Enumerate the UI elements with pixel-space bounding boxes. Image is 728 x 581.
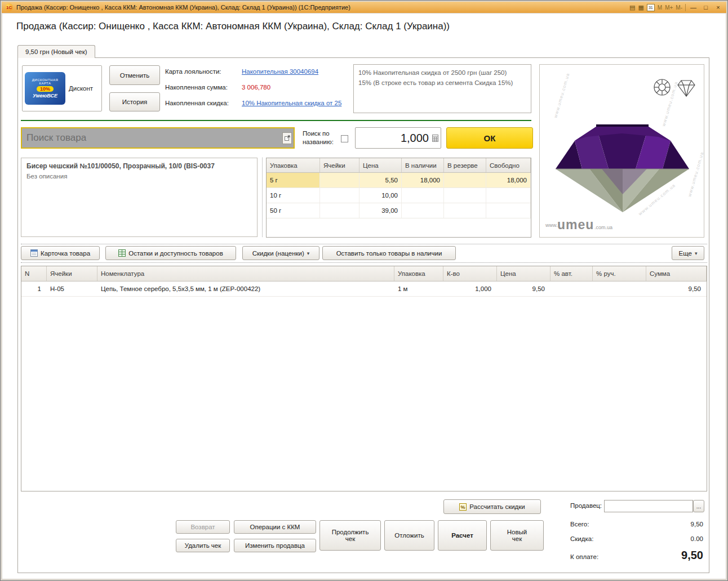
calculate-discounts-button[interactable]: % Рассчитать скидки bbox=[443, 499, 541, 514]
titlebar[interactable]: 1С Продажа (Кассир: Онищенко , Касса ККМ… bbox=[2, 2, 726, 13]
packaging-table-header: Упаковка Ячейки Цена В наличии В резерве… bbox=[267, 158, 531, 173]
tab-new-receipt[interactable]: 9,50 грн (Новый чек) bbox=[17, 45, 95, 58]
column-header[interactable]: Цена bbox=[497, 266, 551, 281]
column-header[interactable]: В резерве bbox=[444, 158, 486, 172]
discount-info-line: 15% (В строке есть товар из сегмента Ски… bbox=[358, 78, 526, 88]
packaging-row[interactable]: 50 г 39,00 bbox=[267, 203, 531, 218]
accumulated-sum-value: 3 006,780 bbox=[242, 84, 270, 91]
column-header[interactable]: Цена bbox=[359, 158, 402, 172]
memory-m-button[interactable]: M bbox=[658, 5, 662, 11]
payment-button[interactable]: Расчет bbox=[438, 520, 487, 551]
payable-value: 9,50 bbox=[681, 549, 703, 562]
discount-label: Скидка: bbox=[570, 535, 593, 542]
column-header[interactable]: Сумма bbox=[646, 266, 707, 281]
separator-dotted-vertical bbox=[262, 158, 263, 237]
chevron-down-icon: ▾ bbox=[307, 251, 310, 256]
accumulated-discount-link[interactable]: 10% Накопительная скидка от 25 bbox=[242, 100, 341, 106]
separator-green bbox=[21, 120, 531, 121]
quantity-value: 1,000 bbox=[356, 132, 432, 145]
receipt-items-table: N Ячейки Номенклатура Упаковка К-во Цена… bbox=[21, 266, 707, 491]
stock-availability-button[interactable]: Остатки и доступность товаров bbox=[105, 246, 236, 260]
svg-text:%: % bbox=[461, 504, 465, 510]
discount-info-line: 10% Накопительная скидка от 2500 грн (ша… bbox=[358, 68, 526, 78]
delete-receipt-button[interactable]: Удалить чек bbox=[176, 539, 230, 552]
app-window: 1С Продажа (Кассир: Онищенко , Касса ККМ… bbox=[0, 0, 728, 581]
accumulated-sum-label: Накопленная сумма: bbox=[165, 84, 242, 91]
search-placeholder: Поиск товара bbox=[22, 132, 282, 144]
product-name: Бисер чешский №101/00050, Прозрачный, 10… bbox=[26, 162, 252, 170]
minimize-button[interactable]: — bbox=[689, 3, 698, 12]
discount-value: 0.00 bbox=[691, 535, 703, 542]
quantity-input[interactable]: 1,000 bbox=[355, 127, 441, 149]
loyalty-card-label: Карта лояльности: bbox=[165, 68, 242, 75]
calendar-icon[interactable]: 31 bbox=[647, 4, 655, 11]
only-in-stock-button[interactable]: Оставить только товары в наличии bbox=[322, 246, 456, 260]
kkm-operations-button[interactable]: Операции с ККМ bbox=[234, 520, 316, 534]
column-header[interactable]: Упаковка bbox=[394, 266, 443, 281]
packaging-row[interactable]: 10 г 10,00 bbox=[267, 188, 531, 203]
seller-label: Продавец: bbox=[570, 502, 602, 509]
copy-icon[interactable]: ▤ bbox=[629, 5, 635, 11]
item-card-icon bbox=[30, 249, 38, 257]
column-header[interactable]: N bbox=[21, 266, 47, 281]
discount-card[interactable]: ДИСКОНТНАЯ КАРТА 10% УмеюВСЕ Дисконт bbox=[22, 65, 102, 111]
packaging-row[interactable]: 5 г 5,50 18,000 18,000 bbox=[267, 173, 531, 188]
column-header[interactable]: Свободно bbox=[486, 158, 531, 172]
column-header[interactable]: В наличии bbox=[402, 158, 444, 172]
total-label: Всего: bbox=[570, 521, 589, 528]
return-button[interactable]: Возврат bbox=[176, 520, 230, 534]
hold-receipt-button[interactable]: Отложить bbox=[384, 520, 434, 551]
column-header[interactable]: % руч. bbox=[593, 266, 646, 281]
receipt-panel: ДИСКОНТНАЯ КАРТА 10% УмеюВСЕ Дисконт Отм… bbox=[17, 57, 709, 573]
separator-dotted bbox=[21, 262, 707, 263]
svg-text:www.: www. bbox=[545, 222, 558, 228]
column-header[interactable]: К-во bbox=[443, 266, 497, 281]
column-header[interactable]: Упаковка bbox=[267, 158, 320, 172]
column-header[interactable]: Ячейки bbox=[320, 158, 359, 172]
column-header[interactable]: Ячейки bbox=[47, 266, 97, 281]
search-by-name-checkbox[interactable] bbox=[341, 135, 348, 142]
discounts-menu-button[interactable]: Скидки (наценки) ▾ bbox=[242, 246, 319, 260]
calculator-icon[interactable] bbox=[432, 135, 438, 142]
page-title: Продажа (Кассир: Онищенко , Касса ККМ: А… bbox=[16, 21, 450, 32]
search-input[interactable]: Поиск товара bbox=[21, 127, 295, 149]
percent-icon: % bbox=[459, 503, 467, 511]
cancel-button[interactable]: Отменить bbox=[109, 65, 160, 85]
svg-text:.com.ua: .com.ua bbox=[594, 225, 612, 230]
product-info-box: Бисер чешский №101/00050, Прозрачный, 10… bbox=[21, 158, 258, 237]
tab-label: 9,50 грн (Новый чек) bbox=[25, 48, 87, 55]
memory-mplus-button[interactable]: M+ bbox=[665, 5, 673, 11]
history-button[interactable]: История bbox=[109, 92, 160, 111]
loyalty-card-link[interactable]: Накопительная 30040694 bbox=[242, 68, 318, 75]
payable-label: К оплате: bbox=[570, 553, 598, 560]
items-table-header: N Ячейки Номенклатура Упаковка К-во Цена… bbox=[21, 266, 707, 281]
close-button[interactable]: × bbox=[713, 3, 723, 12]
maximize-button[interactable]: □ bbox=[701, 3, 711, 12]
column-header[interactable]: % авт. bbox=[551, 266, 593, 281]
expand-icon[interactable] bbox=[282, 132, 292, 144]
search-by-name-label: Поиск по названию: bbox=[303, 129, 338, 146]
accumulated-discount-label: Накопленная скидка: bbox=[165, 100, 242, 106]
product-description: Без описания bbox=[26, 173, 252, 180]
seller-input[interactable] bbox=[604, 500, 693, 512]
continue-receipt-button[interactable]: Продолжить чек bbox=[319, 520, 381, 551]
calculator-icon[interactable]: ▦ bbox=[638, 5, 643, 11]
product-image: www.umeu.com.ua www.umeu.com.ua www.umeu… bbox=[539, 64, 704, 238]
item-card-button[interactable]: Карточка товара bbox=[21, 246, 100, 260]
total-value: 9,50 bbox=[691, 521, 703, 528]
column-header[interactable]: Номенклатура bbox=[97, 266, 394, 281]
more-button[interactable]: Еще ▾ bbox=[672, 246, 704, 260]
memory-mminus-button[interactable]: M- bbox=[676, 5, 682, 11]
discount-info-box: 10% Накопительная скидка от 2500 грн (ша… bbox=[353, 64, 531, 113]
packaging-table: Упаковка Ячейки Цена В наличии В резерве… bbox=[266, 158, 531, 238]
ok-button[interactable]: ОК bbox=[446, 127, 533, 149]
seller-more-button[interactable]: ... bbox=[693, 500, 704, 512]
table-row[interactable]: 1 Н-05 Цепь, Темное серебро, 5,5х3,5 мм,… bbox=[21, 281, 707, 297]
discount-card-caption: Дисконт bbox=[69, 85, 93, 92]
change-seller-button[interactable]: Изменить продавца bbox=[234, 539, 316, 552]
new-receipt-button[interactable]: Новый чек bbox=[490, 520, 544, 551]
main-page: Продажа (Кассир: Онищенко , Касса ККМ: А… bbox=[2, 14, 726, 579]
discount-card-image-icon: ДИСКОНТНАЯ КАРТА 10% УмеюВСЕ bbox=[25, 72, 65, 105]
stock-table-icon bbox=[118, 249, 126, 257]
chevron-down-icon: ▾ bbox=[695, 251, 698, 256]
